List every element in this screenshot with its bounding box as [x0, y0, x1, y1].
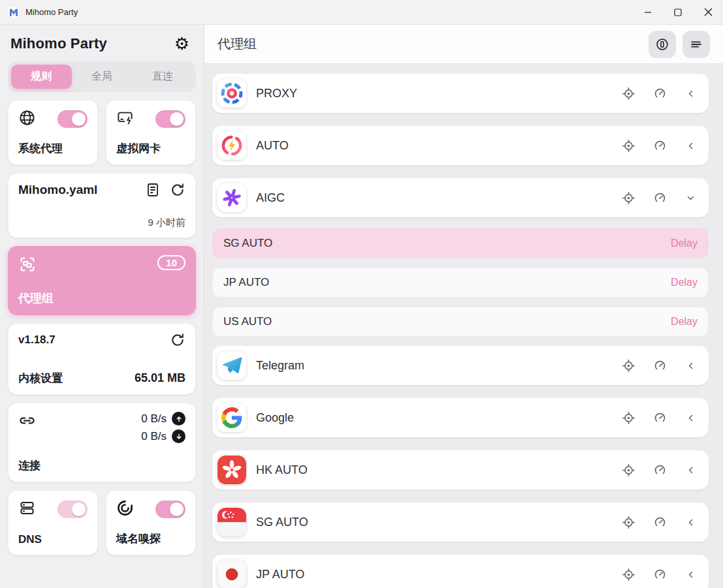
chevron-left-icon[interactable]: [684, 87, 697, 100]
proxy-group-name: Google: [256, 411, 294, 425]
proxy-item[interactable]: JP AUTO Delay: [212, 268, 709, 298]
download-arrow-icon: [172, 429, 185, 443]
page-title: 代理组: [217, 35, 257, 53]
dns-card[interactable]: DNS: [8, 490, 98, 555]
speedtest-gauge-icon[interactable]: [653, 463, 667, 477]
proxy-group-name: Telegram: [256, 359, 304, 373]
system-proxy-toggle[interactable]: [57, 110, 88, 128]
link-icon: [18, 412, 36, 443]
proxy-item[interactable]: US AUTO Delay: [212, 307, 709, 337]
refresh-profile-icon[interactable]: [170, 182, 185, 198]
proxy-group-row[interactable]: SG AUTO: [212, 503, 709, 542]
proxy-groups-label: 代理组: [18, 290, 185, 306]
upload-speed: 0 B/s: [141, 412, 167, 426]
google-icon: [217, 403, 246, 432]
zero-delay-filter-button[interactable]: [649, 31, 676, 58]
proxy-group-row[interactable]: AIGC: [212, 178, 709, 217]
dns-toggle[interactable]: [57, 501, 88, 518]
locate-icon[interactable]: [622, 411, 635, 425]
speedtest-gauge-icon[interactable]: [653, 191, 667, 205]
proxy-group-list: PROXY AU: [204, 64, 723, 588]
sniff-label: 域名嗅探: [116, 531, 185, 546]
proxy-shutter-icon: [217, 79, 246, 108]
sniff-toggle[interactable]: [155, 501, 185, 518]
minimize-button[interactable]: [633, 0, 663, 24]
dns-server-icon: [18, 499, 36, 519]
core-version: v1.18.7: [18, 333, 56, 347]
proxy-group-name: JP AUTO: [256, 568, 304, 581]
tab-direct[interactable]: 直连: [132, 65, 193, 89]
locate-icon[interactable]: [622, 359, 635, 373]
hk-flag-icon: [217, 456, 246, 484]
chevron-left-icon[interactable]: [684, 516, 697, 529]
app-logo-icon: [8, 7, 20, 18]
chevron-left-icon[interactable]: [684, 360, 697, 372]
proxy-name: SG AUTO: [223, 237, 272, 250]
proxy-group-count-badge: 10: [157, 255, 185, 270]
system-proxy-label: 系统代理: [18, 141, 88, 156]
download-speed: 0 B/s: [141, 430, 167, 443]
sniff-icon: [116, 499, 134, 519]
sniff-card[interactable]: 域名嗅探: [106, 490, 196, 555]
restart-core-icon[interactable]: [170, 332, 185, 348]
core-settings-label: 内核设置: [18, 371, 63, 386]
locate-icon[interactable]: [622, 139, 635, 153]
delay-button[interactable]: Delay: [671, 238, 698, 249]
proxy-group-row[interactable]: HK AUTO: [212, 450, 709, 489]
proxy-group-row[interactable]: AUTO: [212, 126, 709, 165]
telegram-icon: [217, 351, 246, 380]
tab-global[interactable]: 全局: [72, 65, 133, 89]
locate-icon[interactable]: [622, 191, 635, 205]
proxy-groups-nav-card[interactable]: 10 代理组: [8, 246, 196, 315]
locate-icon[interactable]: [622, 516, 635, 529]
proxy-item[interactable]: SG AUTO Delay: [212, 228, 709, 258]
proxy-name: JP AUTO: [223, 276, 269, 289]
speedtest-gauge-icon[interactable]: [653, 359, 667, 373]
proxy-name: US AUTO: [223, 315, 272, 328]
globe-icon: [18, 109, 36, 129]
tun-card[interactable]: 虚拟网卡: [106, 100, 196, 165]
core-memory: 65.01 MB: [135, 371, 185, 385]
chevron-left-icon[interactable]: [684, 412, 697, 424]
system-proxy-card[interactable]: 系统代理: [8, 100, 98, 165]
locate-icon[interactable]: [622, 87, 635, 101]
core-card[interactable]: v1.18.7 内核设置 65.01 MB: [8, 323, 196, 395]
locate-icon[interactable]: [622, 463, 635, 477]
auto-bolt-icon: [217, 131, 246, 160]
proxy-group-row[interactable]: PROXY: [212, 74, 709, 113]
settings-gear-icon[interactable]: ⚙: [174, 35, 193, 52]
tun-toggle[interactable]: [155, 110, 185, 128]
delay-button[interactable]: Delay: [671, 277, 698, 288]
main-header: 代理组: [204, 25, 723, 64]
connections-label: 连接: [18, 458, 185, 473]
proxy-group-row[interactable]: Telegram: [212, 346, 709, 385]
chevron-down-icon[interactable]: [684, 192, 697, 204]
proxy-group-row[interactable]: JP AUTO: [212, 555, 709, 588]
proxy-group-row[interactable]: Google: [212, 398, 709, 437]
delay-button[interactable]: Delay: [671, 316, 698, 328]
locate-icon[interactable]: [622, 568, 635, 581]
speedtest-gauge-icon[interactable]: [653, 568, 667, 581]
close-button[interactable]: [693, 0, 723, 24]
edit-profile-icon[interactable]: [145, 182, 161, 198]
main-panel: 代理组: [204, 25, 723, 588]
proxy-group-name: PROXY: [256, 87, 297, 101]
tun-device-icon: [116, 109, 134, 129]
chevron-left-icon[interactable]: [684, 464, 697, 476]
speedtest-gauge-icon[interactable]: [653, 516, 667, 529]
upload-arrow-icon: [172, 412, 185, 426]
chevron-left-icon[interactable]: [684, 568, 697, 581]
profile-updated-time: 9 小时前: [18, 217, 185, 229]
maximize-button[interactable]: [663, 0, 693, 24]
profile-card[interactable]: Mihomo.yaml 9 小时前: [8, 173, 196, 238]
list-layout-button[interactable]: [683, 31, 710, 58]
speedtest-gauge-icon[interactable]: [653, 411, 667, 425]
speedtest-gauge-icon[interactable]: [653, 139, 667, 153]
tab-rule[interactable]: 规则: [11, 65, 72, 89]
speedtest-gauge-icon[interactable]: [653, 87, 667, 101]
jp-flag-icon: [217, 560, 246, 588]
connections-card[interactable]: 0 B/s 0 B/s 连接: [8, 403, 196, 482]
sidebar-title: Mihomo Party: [10, 35, 107, 52]
proxy-group-name: AUTO: [256, 139, 289, 153]
chevron-left-icon[interactable]: [684, 140, 697, 152]
